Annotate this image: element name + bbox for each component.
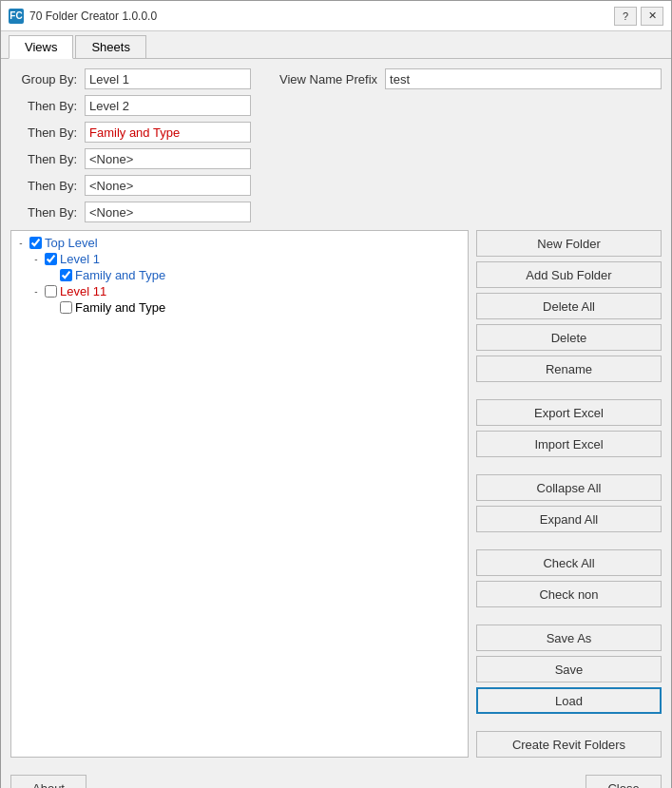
then-by-2-input[interactable]: [85, 122, 251, 143]
then-by-2-label: Then By:: [10, 125, 77, 140]
prefix-input[interactable]: [385, 68, 662, 89]
checkbox-family-type-1[interactable]: [60, 269, 72, 281]
tree-item-family-type-2[interactable]: Family and Type: [15, 299, 464, 316]
window-title: 70 Folder Creator 1.0.0.0: [29, 10, 614, 23]
title-bar: FC 70 Folder Creator 1.0.0.0 ? ✕: [1, 1, 671, 31]
tree-item-family-type-1[interactable]: Family and Type: [15, 267, 464, 283]
then-by-3-label: Then By:: [10, 152, 77, 166]
then-by-5-input[interactable]: [85, 202, 251, 222]
save-as-button[interactable]: Save As: [476, 625, 662, 651]
then-by-3-input[interactable]: [85, 148, 251, 169]
spacer-5: [476, 719, 662, 726]
checkbox-family-type-2[interactable]: [60, 301, 72, 314]
label-family-type-2: Family and Type: [75, 300, 165, 315]
collapse-all-button[interactable]: Collapse All: [476, 474, 662, 501]
then-by-4-row: Then By:: [10, 175, 662, 196]
close-button[interactable]: ✕: [641, 7, 663, 26]
button-panel: New Folder Add Sub Folder Delete All Del…: [476, 230, 662, 758]
expand-level-1[interactable]: -: [30, 254, 42, 264]
then-by-2-row: Then By:: [10, 122, 662, 143]
create-revit-folders-button[interactable]: Create Revit Folders: [476, 731, 662, 758]
then-by-1-row: Then By:: [10, 95, 662, 116]
label-top-level: Top Level: [45, 236, 98, 250]
add-sub-folder-button[interactable]: Add Sub Folder: [476, 261, 662, 288]
group-by-label: Group By:: [10, 72, 77, 86]
then-by-5-row: Then By:: [10, 202, 662, 222]
checkbox-top-level[interactable]: [29, 237, 42, 249]
then-by-4-input[interactable]: [85, 175, 251, 196]
about-button[interactable]: About: [10, 775, 86, 788]
expand-family-type-2: [46, 302, 57, 313]
tree-item-level-11[interactable]: - Level 11: [15, 283, 464, 299]
view-name-prefix-label: View Name Prefix: [279, 72, 377, 86]
delete-all-button[interactable]: Delete All: [476, 293, 662, 319]
checkbox-level-1[interactable]: [45, 253, 57, 265]
check-non-button[interactable]: Check non: [476, 581, 662, 607]
spacer-1: [476, 387, 662, 394]
spacer-3: [476, 537, 662, 545]
tab-bar: Views Sheets: [1, 31, 671, 59]
app-icon: FC: [9, 9, 24, 24]
group-by-input[interactable]: [85, 68, 251, 89]
label-level-11: Level 11: [60, 284, 106, 298]
rename-button[interactable]: Rename: [476, 356, 662, 382]
delete-button[interactable]: Delete: [476, 324, 662, 351]
label-family-type-1: Family and Type: [75, 268, 165, 282]
spacer-4: [476, 612, 662, 620]
then-by-3-row: Then By:: [10, 148, 662, 169]
then-by-5-label: Then By:: [10, 205, 77, 220]
label-level-1: Level 1: [60, 252, 100, 266]
expand-all-button[interactable]: Expand All: [476, 506, 662, 532]
then-by-4-label: Then By:: [10, 179, 77, 193]
check-all-button[interactable]: Check All: [476, 549, 662, 576]
tab-views[interactable]: Views: [9, 35, 73, 59]
main-section: - Top Level - Level 1 Family and Type: [10, 230, 662, 758]
tab-sheets[interactable]: Sheets: [75, 35, 145, 58]
then-by-1-label: Then By:: [10, 99, 77, 113]
help-button[interactable]: ?: [614, 7, 637, 26]
checkbox-level-11[interactable]: [45, 285, 57, 298]
tree-item-level-1[interactable]: - Level 1: [15, 251, 464, 267]
main-content: Group By: View Name Prefix Then By: Then…: [1, 59, 671, 767]
main-window: FC 70 Folder Creator 1.0.0.0 ? ✕ Views S…: [0, 0, 672, 788]
spacer-2: [476, 462, 662, 470]
import-excel-button[interactable]: Import Excel: [476, 431, 662, 457]
title-bar-buttons: ? ✕: [614, 7, 663, 26]
expand-family-type-1: [46, 270, 57, 280]
expand-level-11[interactable]: -: [30, 286, 42, 297]
load-button[interactable]: Load: [476, 687, 662, 714]
expand-top-level[interactable]: -: [15, 238, 27, 248]
group-by-row: Group By: View Name Prefix: [10, 68, 662, 89]
tree-panel[interactable]: - Top Level - Level 1 Family and Type: [10, 230, 469, 758]
save-button[interactable]: Save: [476, 656, 662, 682]
new-folder-button[interactable]: New Folder: [476, 230, 662, 257]
then-by-1-input[interactable]: [85, 95, 251, 116]
tree-item-top-level[interactable]: - Top Level: [15, 235, 464, 251]
footer: About Close: [1, 767, 671, 788]
export-excel-button[interactable]: Export Excel: [476, 399, 662, 426]
form-section: Group By: View Name Prefix Then By: Then…: [10, 68, 662, 222]
footer-close-button[interactable]: Close: [586, 775, 662, 788]
